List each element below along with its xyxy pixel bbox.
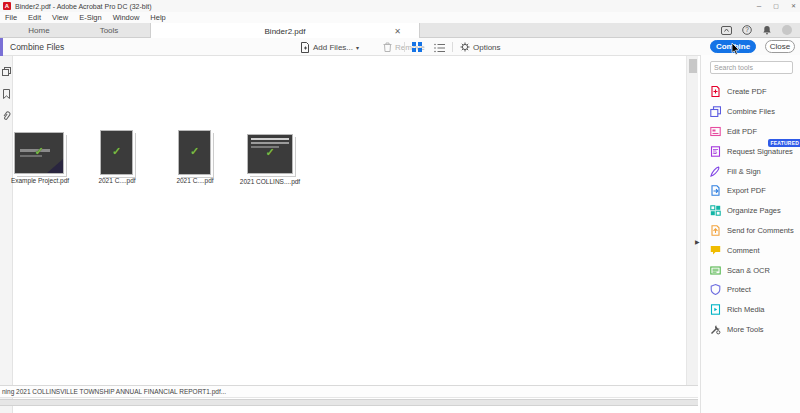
svg-text:?: ? xyxy=(745,26,749,33)
scan-ocr-icon xyxy=(710,265,721,276)
menu-file[interactable]: File xyxy=(5,13,17,22)
window-title: Binder2.pdf - Adobe Acrobat Pro DC (32-b… xyxy=(15,3,152,10)
options-button[interactable]: Options xyxy=(460,38,501,56)
close-button[interactable]: Close xyxy=(765,40,795,53)
tool-more-tools[interactable]: More Tools xyxy=(710,320,800,340)
help-icon[interactable]: ? xyxy=(742,25,752,35)
create-pdf-icon xyxy=(710,86,721,97)
edit-pdf-icon xyxy=(710,126,721,137)
add-files-button[interactable]: Add Files... ▾ xyxy=(300,38,359,56)
send-for-comments-icon xyxy=(710,225,721,236)
navigation-rail xyxy=(0,56,13,413)
tool-send-for-comments[interactable]: Send for Comments xyxy=(710,221,800,241)
gear-icon xyxy=(460,42,470,52)
panel-collapse-arrow[interactable]: ▶ xyxy=(695,238,700,245)
trash-icon xyxy=(383,42,392,52)
toolbar-title: Combine Files xyxy=(10,38,64,56)
bell-icon[interactable] xyxy=(762,25,772,35)
attachments-icon[interactable] xyxy=(2,107,11,116)
featured-badge: FEATURED xyxy=(768,139,800,147)
maximize-button[interactable]: ▢ xyxy=(773,1,779,11)
status-text: ning 2021 COLLINSVILLE TOWNSHIP ANNUAL F… xyxy=(0,385,698,398)
tab-document-binder2[interactable]: Binder2.pdf ✕ xyxy=(150,23,420,39)
mouse-cursor xyxy=(731,41,740,59)
tool-organize-pages[interactable]: Organize Pages xyxy=(710,201,800,221)
tool-request-signatures[interactable]: FEATURED Request Signatures xyxy=(710,141,800,161)
tool-scan-ocr[interactable]: Scan & OCR xyxy=(710,260,800,280)
organize-pages-icon xyxy=(710,205,721,216)
check-icon: ✓ xyxy=(15,145,63,158)
rich-media-icon xyxy=(710,304,721,315)
add-file-icon xyxy=(300,42,310,53)
export-pdf-icon xyxy=(710,185,721,196)
file-label: 2021 C....pdf xyxy=(166,177,224,184)
vertical-scrollbar[interactable] xyxy=(686,56,698,386)
tools-list: Create PDF Combine Files Edit PDF FEATUR… xyxy=(710,82,800,339)
tool-protect[interactable]: Protect xyxy=(710,280,800,300)
tool-combine-files[interactable]: Combine Files xyxy=(710,102,800,122)
menu-esign[interactable]: E-Sign xyxy=(79,13,102,22)
list-view-icon[interactable] xyxy=(434,42,446,53)
progress-bar xyxy=(0,399,698,406)
status-area: ning 2021 COLLINSVILLE TOWNSHIP ANNUAL F… xyxy=(0,385,698,406)
file-thumbnail[interactable]: ✓ xyxy=(247,134,293,174)
tools-panel: ▶ Create PDF Combine Files Edit PDF FEAT… xyxy=(700,55,800,413)
menu-edit[interactable]: Edit xyxy=(28,13,41,22)
title-bar: A Binder2.pdf - Adobe Acrobat Pro DC (32… xyxy=(0,0,800,12)
toolbar-accent-bar xyxy=(0,38,3,56)
combine-files-toolbar: Combine Files Add Files... ▾ Remove Opti… xyxy=(0,38,800,56)
tool-export-pdf[interactable]: Export PDF xyxy=(710,181,800,201)
file-thumbnail[interactable]: ✓ xyxy=(100,130,133,175)
menu-help[interactable]: Help xyxy=(150,13,165,22)
page-thumbnails-icon[interactable] xyxy=(2,62,11,71)
tab-bar: Home Tools Binder2.pdf ✕ ? xyxy=(0,23,800,38)
tab-close-icon[interactable]: ✕ xyxy=(394,27,401,36)
more-tools-wrench-icon xyxy=(710,324,721,335)
grid-view-icon[interactable] xyxy=(412,42,423,53)
acrobat-window: A Binder2.pdf - Adobe Acrobat Pro DC (32… xyxy=(0,0,800,413)
check-icon: ✓ xyxy=(248,146,292,159)
share-screen-icon[interactable] xyxy=(721,26,732,35)
search-input[interactable] xyxy=(710,61,793,74)
avatar[interactable] xyxy=(782,25,792,35)
tab-home[interactable]: Home xyxy=(10,23,68,38)
file-label: Example Project.pdf xyxy=(2,177,78,184)
combine-files-icon xyxy=(710,106,721,117)
tool-create-pdf[interactable]: Create PDF xyxy=(710,82,800,102)
minimize-button[interactable]: – xyxy=(757,1,761,11)
fill-sign-icon xyxy=(710,166,721,177)
tab-document-label: Binder2.pdf xyxy=(265,27,306,36)
file-thumbnail[interactable]: ✓ xyxy=(14,132,64,174)
file-label: 2021 C....pdf xyxy=(88,177,146,184)
comment-icon xyxy=(710,245,721,256)
acrobat-logo-icon: A xyxy=(3,2,11,10)
close-window-button[interactable]: ✕ xyxy=(791,1,796,11)
tool-comment[interactable]: Comment xyxy=(710,240,800,260)
menu-view[interactable]: View xyxy=(52,13,68,22)
tool-fill-sign[interactable]: Fill & Sign xyxy=(710,161,800,181)
request-signatures-icon xyxy=(710,146,721,157)
bookmarks-icon[interactable] xyxy=(2,85,11,94)
menu-bar: File Edit View E-Sign Window Help xyxy=(0,12,800,23)
tab-tools[interactable]: Tools xyxy=(80,23,138,38)
file-label: 2021 COLLINS....pdf xyxy=(238,178,302,185)
check-icon: ✓ xyxy=(101,145,132,158)
file-thumbnail[interactable]: ✓ xyxy=(178,130,211,175)
combine-files-canvas: ✓ Example Project.pdf ✓ 2021 C....pdf ✓ … xyxy=(0,56,800,413)
tool-rich-media[interactable]: Rich Media xyxy=(710,300,800,320)
scrollbar-thumb[interactable] xyxy=(689,59,697,73)
protect-shield-icon xyxy=(710,284,721,295)
menu-window[interactable]: Window xyxy=(113,13,140,22)
check-icon: ✓ xyxy=(179,145,210,158)
chevron-down-icon: ▾ xyxy=(356,44,359,51)
